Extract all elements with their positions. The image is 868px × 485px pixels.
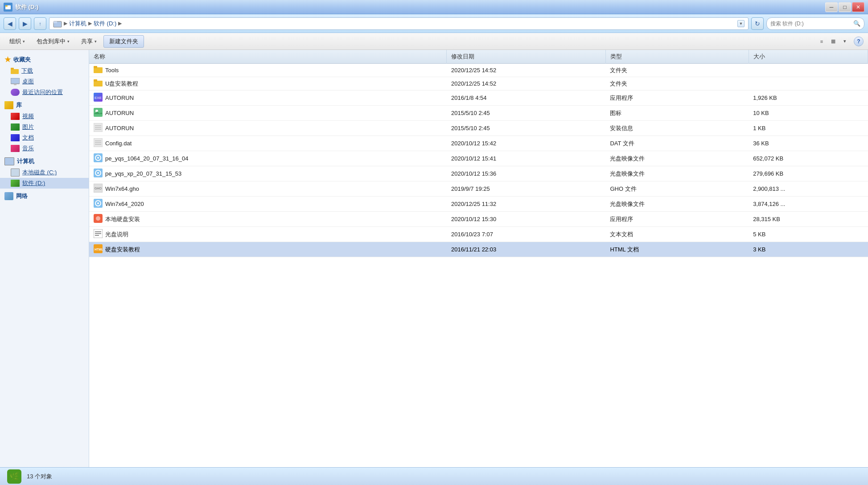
col-type[interactable]: 类型	[605, 50, 749, 64]
file-size: 1 KB	[749, 121, 868, 136]
file-icon-iso	[94, 169, 103, 179]
file-name: AUTORUN	[105, 110, 134, 116]
file-name-cell: pe_yqs_1064_20_07_31_16_04	[89, 151, 447, 166]
file-name: pe_yqs_xp_20_07_31_15_53	[105, 170, 181, 177]
col-modified[interactable]: 修改日期	[447, 50, 605, 64]
recent-icon	[11, 89, 20, 96]
file-type: 文件夹	[605, 77, 749, 90]
main-area: ★ 收藏夹 下载 桌面 最近访问的位置 库	[0, 50, 868, 467]
download-label: 下载	[21, 67, 33, 75]
sidebar-computer-section: 计算机 本地磁盘 (C:) 软件 (D:)	[0, 156, 89, 189]
minimize-button[interactable]: ─	[825, 2, 838, 12]
col-size[interactable]: 大小	[749, 50, 868, 64]
table-row[interactable]: Tools 2020/12/25 14:52 文件夹	[89, 64, 868, 77]
sidebar-item-images[interactable]: 图片	[0, 122, 89, 132]
file-type: 光盘映像文件	[605, 197, 749, 212]
sidebar-item-desktop[interactable]: 桌面	[0, 76, 89, 87]
breadcrumb-computer[interactable]: 计算机	[69, 20, 86, 28]
table-row[interactable]: 光盘说明 2016/10/23 7:07 文本文档 5 KB	[89, 227, 868, 242]
file-type: 应用程序	[605, 90, 749, 106]
file-type: 安装信息	[605, 121, 749, 136]
table-row[interactable]: U盘安装教程 2020/12/25 14:52 文件夹	[89, 77, 868, 90]
organize-arrow: ▾	[23, 39, 25, 44]
file-name: Tools	[105, 67, 119, 74]
file-modified: 2020/10/12 15:30	[447, 212, 605, 227]
maximize-button[interactable]: □	[839, 2, 851, 12]
new-folder-button[interactable]: 新建文件夹	[103, 35, 144, 48]
file-modified: 2020/10/12 15:42	[447, 136, 605, 151]
refresh-button[interactable]: ↻	[751, 17, 764, 30]
search-icon[interactable]: 🔍	[853, 20, 860, 27]
video-label: 视频	[22, 112, 34, 120]
file-name-cell: Tools	[89, 64, 447, 77]
file-area: 名称 修改日期 类型 大小 Tools 2020/12/25 14:52 文件夹	[89, 50, 868, 467]
file-modified: 2019/9/7 19:25	[447, 181, 605, 197]
up-button[interactable]: ↑	[34, 17, 46, 30]
search-input[interactable]	[770, 21, 852, 27]
svg-point-31	[97, 172, 99, 174]
file-name: Win7x64.gho	[105, 185, 139, 192]
organize-button[interactable]: 组织 ▾	[4, 35, 30, 48]
breadcrumb-icon	[53, 20, 62, 28]
view-list-button[interactable]: ≡	[816, 36, 827, 47]
view-dropdown-button[interactable]: ▾	[839, 36, 850, 47]
file-icon-txt	[94, 229, 103, 239]
table-row[interactable]: GHO Win7x64.gho 2019/9/7 19:25 GHO 文件 2,…	[89, 181, 868, 197]
table-row[interactable]: pe_yqs_xp_20_07_31_15_53 2020/10/12 15:3…	[89, 166, 868, 181]
breadcrumb-dropdown[interactable]: ▼	[737, 20, 745, 27]
view-icons: ≡ ▦ ▾	[816, 36, 850, 47]
table-row[interactable]: 本地硬盘安装 2020/10/12 15:30 应用程序 28,315 KB	[89, 212, 868, 227]
table-row[interactable]: HTML 硬盘安装教程 2016/11/21 22:03 HTML 文档 3 K…	[89, 242, 868, 257]
network-icon	[4, 192, 13, 200]
breadcrumb-sep3: ▶	[118, 21, 122, 26]
forward-button[interactable]: ▶	[19, 17, 31, 30]
breadcrumb-drive[interactable]: 软件 (D:)	[94, 20, 116, 28]
back-button[interactable]: ◀	[4, 17, 16, 30]
table-row[interactable]: EXE AUTORUN 2016/1/8 4:54 应用程序 1,926 KB	[89, 90, 868, 106]
table-row[interactable]: Win7x64_2020 2020/12/25 11:32 光盘映像文件 3,8…	[89, 197, 868, 212]
sidebar-item-c-drive[interactable]: 本地磁盘 (C:)	[0, 167, 89, 178]
close-button[interactable]: ✕	[852, 2, 864, 12]
sidebar-favorites-header[interactable]: ★ 收藏夹	[0, 53, 89, 66]
file-icon-exe: EXE	[94, 93, 103, 103]
file-size: 2,900,813 ...	[749, 181, 868, 197]
file-name-cell: Win7x64_2020	[89, 197, 447, 212]
sidebar-computer-header[interactable]: 计算机	[0, 156, 89, 167]
view-grid-button[interactable]: ▦	[828, 36, 839, 47]
file-name: U盘安装教程	[105, 80, 138, 88]
file-name: Config.dat	[105, 140, 132, 147]
file-name-cell: AUTORUN	[89, 106, 447, 121]
file-icon-iso	[94, 153, 103, 164]
table-row[interactable]: AUTORUN 2015/5/10 2:45 安装信息 1 KB	[89, 121, 868, 136]
file-type: 光盘映像文件	[605, 166, 749, 181]
sidebar-library-header[interactable]: 库	[0, 99, 89, 111]
col-name[interactable]: 名称	[89, 50, 447, 64]
sidebar-item-d-drive[interactable]: 软件 (D:)	[0, 178, 89, 189]
favorites-label: 收藏夹	[13, 56, 31, 64]
file-name-cell: 光盘说明	[89, 227, 447, 242]
svg-rect-8	[14, 84, 16, 85]
library-label: 库	[16, 101, 22, 109]
images-icon	[11, 123, 20, 131]
file-icon-folder	[94, 66, 103, 74]
title-bar: 软件 (D:) ─ □ ✕	[0, 0, 868, 14]
help-button[interactable]: ?	[854, 37, 864, 46]
file-name-cell: EXE AUTORUN	[89, 90, 447, 106]
file-icon-dat	[94, 123, 103, 133]
file-name: AUTORUN	[105, 125, 134, 132]
table-row[interactable]: Config.dat 2020/10/12 15:42 DAT 文件 36 KB	[89, 136, 868, 151]
sidebar-item-music[interactable]: 音乐	[0, 143, 89, 154]
table-row[interactable]: AUTORUN 2015/5/10 2:45 图标 10 KB	[89, 106, 868, 121]
file-modified: 2020/12/25 14:52	[447, 64, 605, 77]
library-icon	[4, 101, 13, 109]
sidebar-item-video[interactable]: 视频	[0, 111, 89, 122]
sidebar-item-download[interactable]: 下载	[0, 66, 89, 76]
file-size: 28,315 KB	[749, 212, 868, 227]
sidebar-item-recent[interactable]: 最近访问的位置	[0, 87, 89, 98]
sidebar-network-header[interactable]: 网络	[0, 190, 89, 202]
share-button[interactable]: 共享 ▾	[76, 35, 102, 48]
include-library-button[interactable]: 包含到库中 ▾	[32, 35, 74, 48]
file-icon-iso	[94, 199, 103, 209]
sidebar-item-docs[interactable]: 文档	[0, 132, 89, 143]
table-row[interactable]: pe_yqs_1064_20_07_31_16_04 2020/10/12 15…	[89, 151, 868, 166]
